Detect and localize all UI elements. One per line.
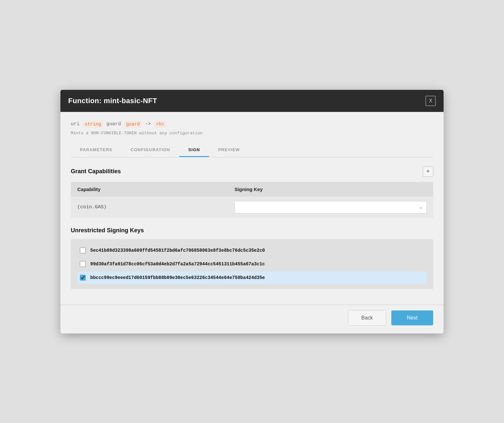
modal-header: Function: mint-basic-NFT X [60,90,444,112]
tab-sign[interactable]: SIGN [179,143,209,157]
param1-name: uri [71,121,80,127]
capability-value: (coin.GAS) [77,204,234,210]
capability-table: Capability Signing Key (coin.GAS) [71,182,433,218]
description: Mints a NON-FUNGIBLE-TOKEN without any c… [71,131,433,136]
return-type: <h> [154,121,166,127]
modal-footer: Back Next [60,305,444,333]
grant-capabilities-title: Grant Capabilities [71,168,121,175]
content-area: Grant Capabilities + Capability Signing … [71,166,433,298]
param2-type: guard [124,121,142,127]
add-capability-button[interactable]: + [423,166,433,177]
modal-title: Function: mint-basic-NFT [68,97,157,105]
key-checkbox-3[interactable] [80,275,86,281]
modal-body: uri string guard guard -> <h> Mints a NO… [60,112,444,305]
tab-preview[interactable]: PREVIEW [209,143,249,157]
next-button[interactable]: Next [391,310,433,325]
key-value-3: bbccc99ec9eeed17d60159fbb88b09e30ec5e632… [90,275,265,280]
key-item-2: 99d30af3fa91d78cc06cf53a0d4eb2d7fa2a5a72… [77,258,427,270]
signing-key-select-wrapper [234,201,427,213]
close-button[interactable]: X [425,96,436,106]
key-checkbox-1[interactable] [80,248,86,253]
keys-container: 5ec41b89d323398a609ffd54581f2bd6afc70685… [71,239,433,289]
param1-type: string [83,121,103,127]
table-header: Capability Signing Key [71,182,433,197]
tabs: PARAMETERS CONFIGURATION SIGN PREVIEW [71,143,433,157]
tab-parameters[interactable]: PARAMETERS [71,143,121,157]
signature-line: uri string guard guard -> <h> [71,121,433,127]
function-modal: Function: mint-basic-NFT X uri string gu… [60,90,444,333]
select-wrapper [234,201,427,213]
unrestricted-signing-keys-title: Unrestricted Signing Keys [71,227,433,234]
param2-name: guard [106,121,121,127]
key-checkbox-2[interactable] [80,261,86,267]
grant-capabilities-header: Grant Capabilities + [71,166,433,177]
table-row: (coin.GAS) [71,197,433,218]
key-item-1: 5ec41b89d323398a609ffd54581f2bd6afc70685… [77,244,427,257]
arrow: -> [145,121,151,127]
key-value-2: 99d30af3fa91d78cc06cf53a0d4eb2d7fa2a5a72… [90,261,265,267]
signing-key-column-header: Signing Key [234,187,427,192]
tab-configuration[interactable]: CONFIGURATION [121,143,179,157]
key-item-3: bbccc99ec9eeed17d60159fbb88b09e30ec5e632… [77,272,427,284]
back-button[interactable]: Back [348,310,386,326]
key-value-1: 5ec41b89d323398a609ffd54581f2bd6afc70685… [90,248,265,253]
capability-column-header: Capability [77,187,234,192]
signing-key-select[interactable] [234,201,427,213]
